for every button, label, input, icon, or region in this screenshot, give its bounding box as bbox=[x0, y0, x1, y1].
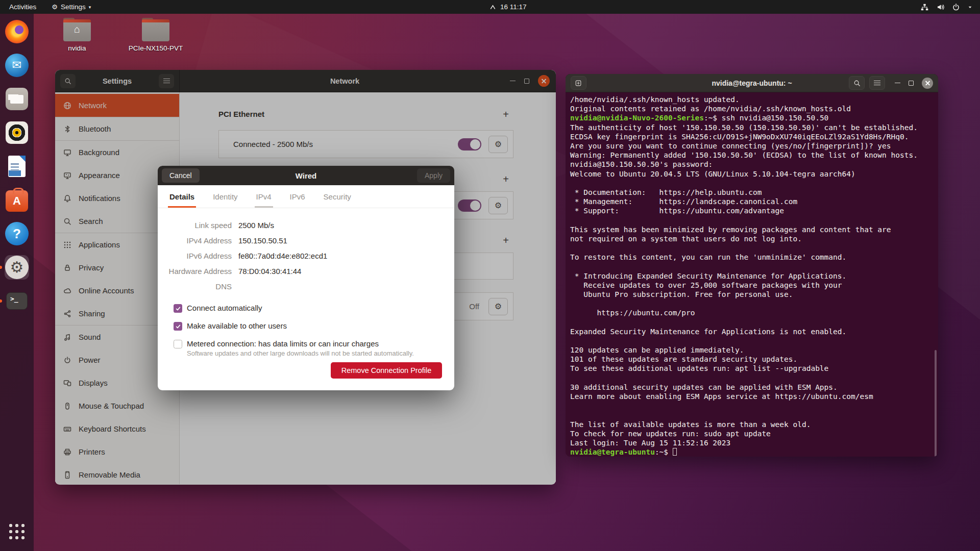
checkbox-label: Metered connection: has data limits or c… bbox=[187, 339, 414, 348]
detail-value: 150.150.50.51 bbox=[238, 236, 287, 245]
dialog-title: Wired bbox=[158, 171, 454, 180]
terminal-line: * Management: https://landscape.canonica… bbox=[570, 197, 938, 206]
checkbox-icon[interactable] bbox=[174, 304, 182, 313]
checkbox-make-available-to-other-users[interactable]: Make available to other users bbox=[174, 321, 454, 331]
terminal-line: 101 of these updates are standard securi… bbox=[570, 355, 938, 364]
volume-icon bbox=[936, 3, 945, 11]
terminal-line bbox=[570, 373, 938, 383]
terminal-output[interactable]: /home/nvidia/.ssh/known_hosts updated.Or… bbox=[566, 92, 938, 457]
terminal-line: nvidia@nvidia-Nuvo-2600-Series:~$ ssh nv… bbox=[570, 113, 938, 122]
app-menu-button[interactable]: ⚙ Settings ▾ bbox=[45, 0, 97, 14]
close-button[interactable] bbox=[922, 78, 933, 89]
checkbox-metered-connection[interactable]: Metered connection: has data limits or c… bbox=[174, 339, 454, 357]
terminal-line bbox=[570, 318, 938, 327]
activities-button[interactable]: Activities bbox=[0, 0, 45, 14]
app-menu-label: Settings bbox=[61, 3, 86, 11]
dock-item-terminal[interactable] bbox=[5, 289, 29, 313]
detail-label: Link speed bbox=[158, 221, 232, 230]
connection-options: Connect automaticallyMake available to o… bbox=[174, 304, 454, 357]
terminal-header-buttons bbox=[849, 76, 933, 90]
tab-security[interactable]: Security bbox=[322, 185, 353, 208]
terminal-text: nvidia@nvidia-Nuvo-2600-Series bbox=[570, 114, 704, 122]
settings-icon bbox=[5, 256, 29, 279]
apply-button[interactable]: Apply bbox=[417, 168, 450, 183]
help-icon bbox=[5, 222, 29, 245]
dock-item-files[interactable] bbox=[5, 87, 29, 111]
terminal-line: Welcome to Ubuntu 20.04.5 LTS (GNU/Linux… bbox=[570, 169, 938, 179]
desktop-icons: ⌂nvidiaPCIe-NX150-PVT bbox=[49, 18, 184, 52]
terminal-line: * Documentation: https://help.ubuntu.com bbox=[570, 188, 938, 197]
dock-item-settings[interactable] bbox=[5, 255, 29, 280]
terminal-line: * Support: https://ubuntu.com/advantage bbox=[570, 206, 938, 215]
terminal-line: Receive updates to over 25,000 software … bbox=[570, 281, 938, 290]
tab-ipv4[interactable]: IPv4 bbox=[255, 185, 273, 208]
window-controls bbox=[895, 78, 933, 89]
terminal-line: nvidia@150.150.50.50's password: bbox=[570, 160, 938, 169]
terminal-line bbox=[570, 179, 938, 188]
dock-item-thunderbird[interactable] bbox=[5, 53, 29, 78]
connection-details: Link speed2500 Mb/sIPv4 Address150.150.5… bbox=[158, 208, 454, 291]
dialog-headerbar: Wired Cancel Apply bbox=[158, 166, 454, 185]
checkbox-label: Connect automatically bbox=[187, 304, 262, 312]
wired-dialog: Wired Cancel Apply DetailsIdentityIPv4IP… bbox=[158, 166, 454, 390]
network-wired-icon bbox=[920, 3, 929, 11]
checkbox-icon[interactable] bbox=[174, 340, 182, 348]
folder-icon: ⌂ bbox=[63, 20, 91, 41]
clock-button[interactable]: 16 11:17 bbox=[489, 0, 527, 14]
minimize-button[interactable] bbox=[895, 83, 900, 83]
gear-icon: ⚙ bbox=[52, 4, 58, 10]
terminal-line: 120 updates can be applied immediately. bbox=[570, 345, 938, 355]
software-icon bbox=[6, 190, 28, 212]
dock-item-help[interactable] bbox=[5, 221, 29, 246]
dock-item-rhythmbox[interactable] bbox=[5, 120, 29, 145]
checkbox-icon[interactable] bbox=[174, 322, 182, 331]
desktop: Activities ⚙ Settings ▾ 16 11:17 bbox=[0, 0, 980, 551]
detail-row: Link speed2500 Mb/s bbox=[158, 221, 454, 230]
terminal-line bbox=[570, 243, 938, 253]
tab-ipv6[interactable]: IPv6 bbox=[288, 185, 307, 208]
remove-connection-button[interactable]: Remove Connection Profile bbox=[331, 362, 442, 379]
desktop-icon-pcie-nx150-pvt[interactable]: PCIe-NX150-PVT bbox=[128, 18, 184, 52]
terminal-menu-button[interactable] bbox=[869, 76, 885, 90]
checkbox-text: Make available to other users bbox=[187, 321, 287, 330]
terminal-line: not required on a system that users do n… bbox=[570, 234, 938, 243]
detail-value: 2500 Mb/s bbox=[238, 221, 274, 230]
terminal-line: To restore this content, you can run the… bbox=[570, 253, 938, 262]
terminal-line bbox=[570, 401, 938, 410]
top-bar: Activities ⚙ Settings ▾ 16 11:17 bbox=[0, 0, 980, 14]
terminal-line: The list of available updates is more th… bbox=[570, 420, 938, 429]
new-tab-button[interactable] bbox=[571, 76, 586, 90]
system-tray[interactable] bbox=[920, 0, 973, 14]
cancel-button[interactable]: Cancel bbox=[162, 168, 200, 183]
dock-item-app-grid[interactable] bbox=[5, 519, 29, 544]
maximize-button[interactable] bbox=[909, 81, 914, 86]
dock-item-software[interactable] bbox=[5, 188, 29, 212]
tab-details[interactable]: Details bbox=[168, 185, 196, 208]
checkbox-subtitle: Software updates and other large downloa… bbox=[187, 349, 414, 357]
terminal-scrollbar[interactable] bbox=[935, 350, 937, 457]
terminal-line: * Introducing Expanded Security Maintena… bbox=[570, 271, 938, 281]
rhythmbox-icon bbox=[6, 121, 28, 144]
dock-item-libreoffice[interactable] bbox=[5, 154, 29, 179]
detail-label: Hardware Address bbox=[158, 267, 232, 276]
terminal-line bbox=[570, 262, 938, 271]
terminal-line bbox=[570, 299, 938, 308]
terminal-text: :~$ bbox=[655, 448, 673, 456]
terminal-line: This system has been minimized by removi… bbox=[570, 225, 938, 234]
terminal-window: nvidia@tegra-ubuntu: ~ bbox=[566, 74, 938, 457]
desktop-icon-nvidia[interactable]: ⌂nvidia bbox=[49, 18, 105, 52]
running-indicator bbox=[0, 299, 2, 303]
terminal-text: :~$ ssh nvidia@150.150.50.50 bbox=[704, 114, 828, 122]
terminal-cursor bbox=[673, 448, 677, 456]
dock-item-firefox[interactable] bbox=[5, 19, 29, 44]
dialog-tabs: DetailsIdentityIPv4IPv6Security bbox=[158, 185, 454, 208]
checkbox-connect-automatically[interactable]: Connect automatically bbox=[174, 304, 454, 313]
terminal-line: nvidia@tegra-ubuntu:~$ bbox=[570, 447, 938, 457]
checkbox-label: Make available to other users bbox=[187, 321, 287, 330]
tab-identity[interactable]: Identity bbox=[211, 185, 239, 208]
desktop-icon-label: PCIe-NX150-PVT bbox=[129, 44, 183, 52]
detail-row: IPv6 Addressfe80::7a0d:d4e:e802:ecd1 bbox=[158, 252, 454, 260]
checkbox-text: Metered connection: has data limits or c… bbox=[187, 339, 414, 357]
terminal-search-button[interactable] bbox=[849, 76, 865, 90]
folder-icon bbox=[142, 20, 169, 41]
